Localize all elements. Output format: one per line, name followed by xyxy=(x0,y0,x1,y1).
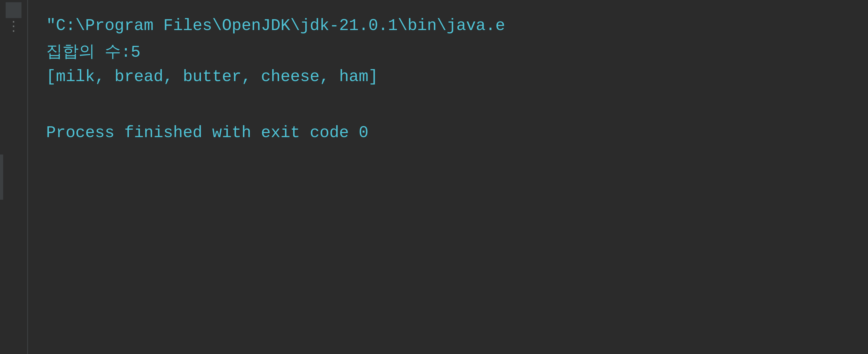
process-exit-line: Process finished with exit code 0 xyxy=(46,121,850,145)
left-gutter: ⋮ xyxy=(0,0,27,354)
spacer xyxy=(46,103,850,116)
left-sidebar-bar xyxy=(0,155,3,200)
gutter-dots: ⋮ xyxy=(7,24,20,31)
gutter-icon xyxy=(6,2,22,18)
command-line: "C:\Program Files\OpenJDK\jdk-21.0.1\bin… xyxy=(46,13,850,38)
korean-count-line: 집합의 수:5 xyxy=(46,40,850,65)
list-output-line: [milk, bread, butter, cheese, ham] xyxy=(46,65,850,89)
terminal-output: "C:\Program Files\OpenJDK\jdk-21.0.1\bin… xyxy=(28,0,868,354)
terminal-container: ⋮ "C:\Program Files\OpenJDK\jdk-21.0.1\b… xyxy=(0,0,868,354)
